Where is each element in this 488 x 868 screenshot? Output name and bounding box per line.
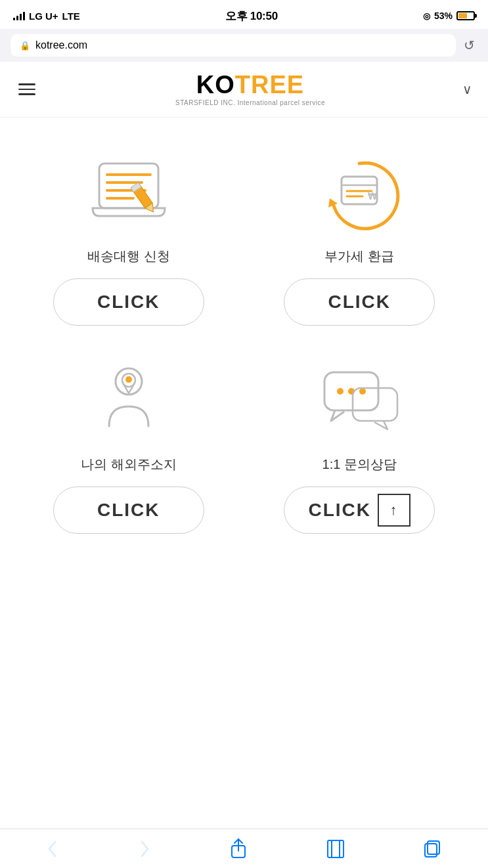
address-click-button[interactable]: CLICK <box>53 487 204 534</box>
back-button[interactable] <box>37 834 68 864</box>
hamburger-menu[interactable] <box>16 81 38 98</box>
scroll-up-icon: ↑ <box>378 494 410 527</box>
delivery-icon <box>83 150 175 236</box>
address-label: 나의 해외주소지 <box>81 456 177 473</box>
logo-ko: KO <box>196 71 235 98</box>
address-icon <box>83 358 175 444</box>
tabs-button[interactable] <box>414 835 451 863</box>
inquiry-click-button[interactable]: CLICK ↑ <box>284 487 435 534</box>
refresh-button[interactable]: ↺ <box>461 35 477 56</box>
lock-icon: 🔒 <box>20 41 30 51</box>
svg-rect-24 <box>328 840 344 857</box>
svg-point-20 <box>359 388 366 395</box>
vat-click-button[interactable]: CLICK <box>284 278 435 326</box>
inquiry-label: 1:1 문의상담 <box>322 456 397 473</box>
battery-percent: 53% <box>434 11 453 21</box>
forward-button[interactable] <box>129 834 160 864</box>
logo-sub: STARSFIELD INC. International parcel ser… <box>175 99 325 106</box>
browser-bar: 🔒 kotree.com ↺ <box>0 29 488 62</box>
url-text[interactable]: kotree.com <box>35 39 87 51</box>
service-vat: ₩ 부가세 환급 CLICK <box>244 137 476 345</box>
signal-icon <box>13 11 25 20</box>
delivery-click-button[interactable]: CLICK <box>53 278 204 326</box>
battery-icon <box>456 11 475 20</box>
nav-bar: KOTREE STARSFIELD INC. International par… <box>0 62 488 118</box>
share-button[interactable] <box>220 833 257 865</box>
inquiry-icon <box>313 358 405 444</box>
carrier-info: LG U+ LTE <box>13 11 80 22</box>
svg-rect-21 <box>353 388 397 421</box>
logo-tree: TREE <box>235 71 304 98</box>
service-address: 나의 해외주소지 CLICK <box>13 345 244 553</box>
svg-text:₩: ₩ <box>368 191 378 202</box>
vat-label: 부가세 환급 <box>324 248 394 265</box>
status-bar: LG U+ LTE 오후 10:50 ◎ 53% <box>0 0 488 29</box>
url-bar[interactable]: 🔒 kotree.com <box>11 34 456 56</box>
service-inquiry: 1:1 문의상담 CLICK ↑ <box>244 345 476 553</box>
battery-area: ◎ 53% <box>423 11 475 21</box>
network-label: LTE <box>62 11 80 22</box>
chevron-down-icon[interactable]: ∨ <box>462 81 472 97</box>
svg-point-18 <box>337 388 344 395</box>
carrier-label: LG U+ <box>29 11 58 22</box>
location-icon: ◎ <box>423 11 430 21</box>
time-display: 오후 10:50 <box>225 9 278 24</box>
vat-icon: ₩ <box>313 150 405 236</box>
svg-point-16 <box>125 376 132 383</box>
logo: KOTREE STARSFIELD INC. International par… <box>175 72 325 106</box>
delivery-label: 배송대행 신청 <box>87 248 170 265</box>
services-grid: 배송대행 신청 CLICK ₩ <box>0 137 488 553</box>
main-content: 배송대행 신청 CLICK ₩ <box>0 118 488 829</box>
bottom-toolbar <box>0 829 488 868</box>
bookmark-button[interactable] <box>317 833 354 865</box>
service-delivery: 배송대행 신청 CLICK <box>13 137 244 345</box>
